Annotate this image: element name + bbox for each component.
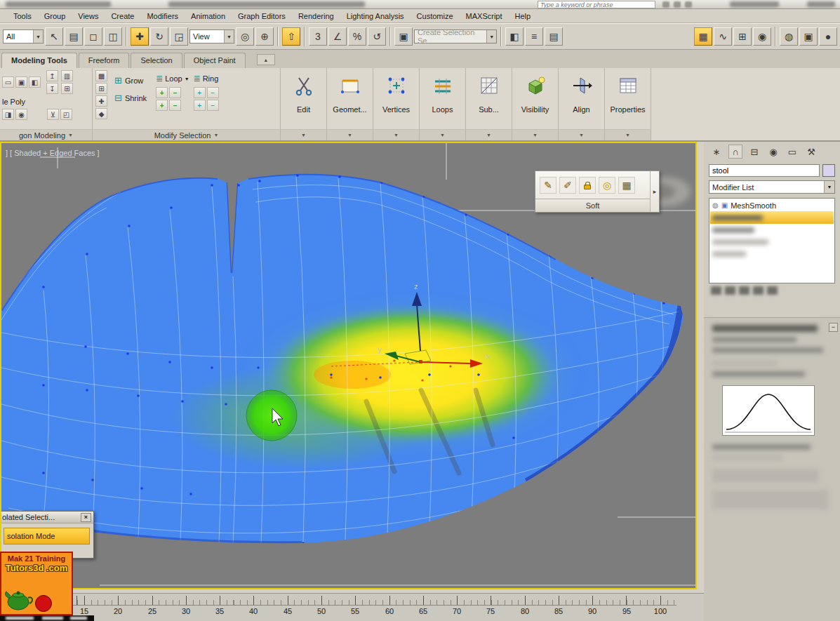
- render-setup-icon[interactable]: ◍: [780, 27, 798, 46]
- menu-group[interactable]: Group: [38, 10, 72, 22]
- viewport[interactable]: z x y ] [ Shaded + Edged Faces ] ✎ ✐ ◎ ▦…: [0, 142, 697, 589]
- select-invert-icon[interactable]: ⊞: [95, 83, 107, 94]
- soft-falloff-icon[interactable]: ◎: [599, 177, 615, 194]
- ring-shift-down-icon[interactable]: −: [207, 100, 219, 111]
- tab-object-paint[interactable]: Object Paint: [184, 53, 246, 68]
- modifier-stack-selected-row[interactable]: [710, 211, 834, 224]
- modifier-visibility-bulb-icon[interactable]: ◍: [712, 201, 719, 209]
- select-and-manipulate-icon[interactable]: ⊕: [255, 27, 274, 46]
- dropdown-arrow-icon[interactable]: ▼: [301, 133, 306, 138]
- pin-icon[interactable]: ⊻: [47, 109, 59, 120]
- visibility-panel[interactable]: Visibility ▼: [512, 68, 559, 140]
- dropdown-arrow-icon[interactable]: ▼: [347, 133, 352, 138]
- align-icon[interactable]: ≡: [525, 27, 543, 46]
- ribbon-collapse-button[interactable]: ▴: [257, 54, 275, 65]
- soft-region-icon[interactable]: ▦: [618, 177, 635, 194]
- dropdown-arrow-icon[interactable]: ▼: [533, 133, 538, 138]
- ring-shift-up-icon[interactable]: +: [194, 100, 206, 111]
- menu-maxscript[interactable]: MAXScript: [460, 10, 509, 22]
- select-by-name-icon[interactable]: ▤: [65, 27, 83, 46]
- properties-panel[interactable]: Properties ▼: [605, 68, 651, 140]
- create-tab-icon[interactable]: ∗: [709, 145, 724, 159]
- motion-tab-icon[interactable]: ◉: [766, 145, 780, 159]
- graphite-ribbon-toggle-icon[interactable]: ▦: [694, 27, 712, 46]
- infocenter-search-input[interactable]: [538, 1, 655, 8]
- named-selection-set-combobox[interactable]: Create Selection Se ▼: [414, 29, 497, 44]
- ring-button[interactable]: ≣ Ring: [194, 72, 219, 86]
- selection-region-icon[interactable]: ◻: [84, 27, 102, 46]
- paint-soft-selection-icon[interactable]: ✎: [540, 177, 556, 194]
- loop-grow-icon[interactable]: +: [156, 87, 168, 98]
- object-color-swatch[interactable]: [822, 164, 835, 177]
- angle-snap-icon[interactable]: ∠: [328, 27, 347, 46]
- tab-modeling-tools[interactable]: Modeling Tools: [1, 53, 77, 68]
- schematic-view-icon[interactable]: ⊞: [733, 27, 752, 46]
- geometry-panel[interactable]: Geomet... ▼: [327, 68, 373, 140]
- snaps-toggle-icon[interactable]: 3: [309, 27, 327, 46]
- select-object-icon[interactable]: ↖: [45, 27, 63, 46]
- modifier-stack-row[interactable]: [710, 248, 834, 260]
- menu-help[interactable]: Help: [509, 10, 538, 22]
- blurred-icon[interactable]: [753, 286, 764, 295]
- rollout-collapse-button[interactable]: −: [829, 323, 838, 332]
- blurred-icon[interactable]: [725, 286, 735, 295]
- spinner-snap-icon[interactable]: ↺: [368, 27, 386, 46]
- modifier-stack-row[interactable]: ◍ ▣ MeshSmooth: [710, 199, 834, 211]
- selection-filter-dropdown[interactable]: All ▼: [3, 29, 44, 44]
- soft-panel-overflow-arrow[interactable]: ▸: [650, 171, 659, 212]
- collapse-stack-icon[interactable]: ⊞: [61, 83, 73, 94]
- shrink-button[interactable]: ⊟ Shrink: [112, 91, 152, 105]
- percent-snap-icon[interactable]: %: [348, 27, 366, 46]
- favorites-icon[interactable]: [685, 1, 692, 8]
- blurred-icon[interactable]: [739, 286, 749, 295]
- align-panel[interactable]: Align ▼: [559, 68, 605, 140]
- modifier-stack[interactable]: ◍ ▣ MeshSmooth: [709, 198, 835, 283]
- blur-soft-selection-icon[interactable]: ✐: [559, 177, 576, 194]
- menu-animation[interactable]: Animation: [185, 10, 232, 22]
- material-editor-icon[interactable]: ◉: [753, 27, 771, 46]
- dropdown-arrow-icon[interactable]: ▼: [394, 133, 399, 138]
- use-pivot-point-center-icon[interactable]: ◎: [236, 27, 254, 46]
- edge-mode-icon[interactable]: ▣: [15, 76, 27, 88]
- dropdown-arrow-icon[interactable]: ▼: [579, 133, 584, 138]
- display-tab-icon[interactable]: ▭: [785, 145, 799, 159]
- menu-tools[interactable]: Tools: [7, 10, 38, 22]
- tab-freeform[interactable]: Freeform: [79, 53, 130, 68]
- vertices-panel[interactable]: Vertices ▼: [373, 68, 420, 140]
- modifier-stack-row[interactable]: [710, 236, 834, 248]
- modifier-list-dropdown[interactable]: Modifier List ▼: [709, 180, 835, 194]
- modify-selection-footer[interactable]: Modify Selection ▼: [93, 129, 280, 140]
- select-plus-icon[interactable]: ✚: [95, 95, 107, 107]
- vertex-mode-icon[interactable]: ▭: [2, 76, 14, 88]
- loop-shift-down-icon[interactable]: −: [169, 100, 181, 111]
- select-gem-icon[interactable]: ◆: [95, 108, 107, 119]
- infocenter-icon[interactable]: [662, 1, 669, 8]
- modifier-stack-row[interactable]: [710, 224, 834, 236]
- select-and-rotate-icon[interactable]: ↻: [150, 27, 168, 46]
- lock-soft-selection-icon[interactable]: [579, 177, 596, 194]
- curve-editor-icon[interactable]: ∿: [714, 27, 732, 46]
- edit-panel[interactable]: Edit ▼: [281, 68, 327, 140]
- previous-modifier-icon[interactable]: ◨: [2, 109, 14, 120]
- timeline-ruler[interactable]: [59, 596, 676, 606]
- dropdown-arrow-icon[interactable]: ▼: [625, 133, 630, 138]
- select-similar-icon[interactable]: ▩: [95, 70, 107, 81]
- menu-rendering[interactable]: Rendering: [292, 10, 340, 22]
- hierarchy-tab-icon[interactable]: ⊟: [747, 145, 761, 159]
- polygon-modeling-footer[interactable]: gon Modeling ▼: [0, 129, 92, 140]
- menu-lighting-analysis[interactable]: Lighting Analysis: [340, 10, 411, 22]
- dropdown-arrow-icon[interactable]: ▼: [486, 133, 491, 138]
- render-production-icon[interactable]: ●: [819, 27, 837, 46]
- next-modifier-icon[interactable]: ◉: [15, 109, 27, 120]
- exit-isolation-mode-button[interactable]: solation Mode: [4, 528, 90, 545]
- blurred-icon[interactable]: [767, 286, 778, 295]
- dropdown-arrow-icon[interactable]: ▼: [440, 133, 445, 138]
- window-crossing-icon[interactable]: ◫: [104, 27, 122, 46]
- utilities-tab-icon[interactable]: ⚒: [804, 145, 818, 159]
- menu-views[interactable]: Views: [72, 10, 105, 22]
- keyboard-shortcut-override-icon[interactable]: ⇧: [282, 27, 300, 46]
- viewport-shading-label[interactable]: ] [ Shaded + Edged Faces ]: [6, 149, 100, 157]
- lock-stack-icon[interactable]: ◰: [60, 109, 72, 120]
- pin-stack-up-icon[interactable]: ↥: [46, 70, 58, 81]
- timeline[interactable]: 15 20 25 30 35 40 45 50 55 60 65 70 75 8…: [0, 593, 704, 621]
